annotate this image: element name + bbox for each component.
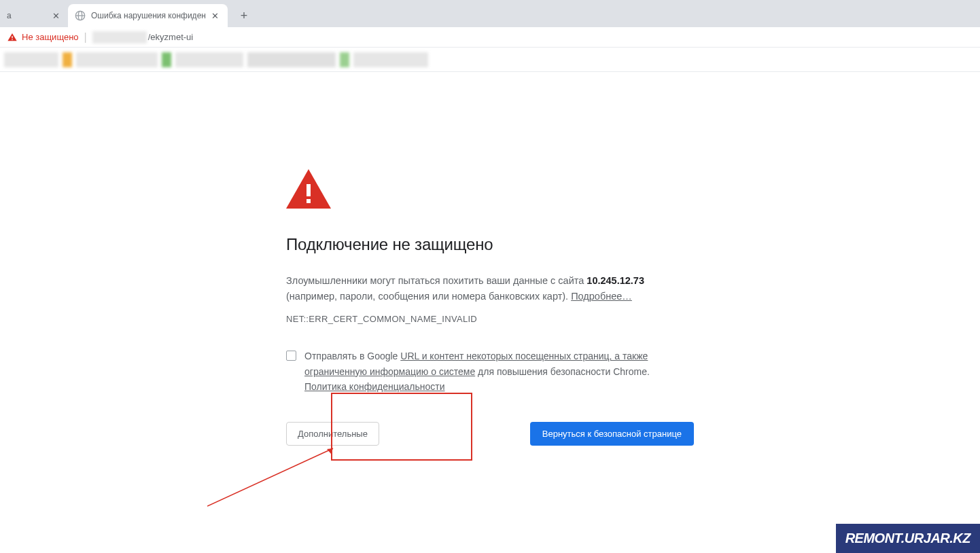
security-indicator[interactable]: Не защищено bbox=[7, 32, 79, 43]
error-message: Злоумышленники могут пытаться похитить в… bbox=[286, 273, 694, 304]
address-bar: Не защищено | /ekyzmet-ui bbox=[0, 27, 980, 48]
tab-title: Ошибка нарушения конфиден bbox=[91, 11, 206, 20]
button-row: Дополнительные Вернуться к безопасной ст… bbox=[286, 422, 694, 446]
plus-icon: + bbox=[241, 9, 248, 23]
error-msg-text: (например, пароли, сообщения или номера … bbox=[286, 291, 571, 302]
back-to-safety-button[interactable]: Вернуться к безопасной странице bbox=[530, 422, 694, 446]
page-title: Подключение не защищено bbox=[286, 235, 694, 254]
bookmarks-bar bbox=[0, 48, 980, 72]
bookmark-blur bbox=[340, 52, 349, 67]
error-host: 10.245.12.73 bbox=[587, 275, 644, 286]
error-code: NET::ERR_CERT_COMMON_NAME_INVALID bbox=[286, 314, 694, 324]
svg-rect-6 bbox=[307, 199, 311, 203]
bookmark-blur bbox=[353, 52, 428, 67]
svg-rect-3 bbox=[12, 36, 12, 38]
new-tab-button[interactable]: + bbox=[234, 6, 253, 25]
privacy-policy-link[interactable]: Политика конфиденциальности bbox=[304, 381, 445, 392]
opt-in-middle: для повышения безопасности Chrome. bbox=[475, 366, 650, 377]
svg-rect-4 bbox=[12, 39, 12, 39]
advanced-button[interactable]: Дополнительные bbox=[286, 422, 379, 446]
bookmark-blur bbox=[247, 52, 336, 67]
svg-rect-5 bbox=[307, 184, 311, 196]
opt-in-prefix: Отправлять в Google bbox=[304, 351, 400, 361]
svg-line-7 bbox=[207, 448, 333, 506]
learn-more-link[interactable]: Подробнее… bbox=[571, 291, 632, 302]
error-msg-text: Злоумышленники могут пытаться похитить в… bbox=[286, 275, 587, 286]
opt-in-checkbox[interactable] bbox=[286, 351, 296, 361]
bookmark-blur bbox=[4, 52, 58, 67]
close-icon[interactable]: ✕ bbox=[50, 10, 61, 21]
bookmark-blur bbox=[63, 52, 72, 67]
opt-in-text: Отправлять в Google URL и контент некото… bbox=[304, 349, 694, 394]
url-host-blurred bbox=[92, 31, 147, 43]
opt-in-row: Отправлять в Google URL и контент некото… bbox=[286, 349, 694, 394]
separator: | bbox=[84, 31, 87, 43]
svg-marker-8 bbox=[327, 448, 333, 454]
bookmark-blur bbox=[175, 52, 243, 67]
bookmark-blur bbox=[162, 52, 171, 67]
browser-tab-active[interactable]: Ошибка нарушения конфиден ✕ bbox=[68, 4, 228, 27]
security-text: Не защищено bbox=[22, 32, 79, 42]
tab-title: a bbox=[7, 11, 46, 20]
warning-triangle-icon bbox=[7, 32, 18, 43]
tab-strip: a ✕ Ошибка нарушения конфиден ✕ + bbox=[0, 0, 980, 27]
globe-icon bbox=[75, 10, 86, 21]
url-path[interactable]: /ekyzmet-ui bbox=[148, 32, 193, 42]
watermark-badge: REMONT.URJAR.KZ bbox=[836, 524, 980, 553]
annotation-arrow bbox=[207, 445, 343, 513]
close-icon[interactable]: ✕ bbox=[210, 10, 221, 21]
browser-tab-inactive[interactable]: a ✕ bbox=[0, 4, 68, 27]
ssl-error-page: Подключение не защищено Злоумышленники м… bbox=[286, 72, 694, 446]
warning-triangle-icon bbox=[286, 169, 694, 211]
bookmark-blur bbox=[76, 52, 158, 67]
